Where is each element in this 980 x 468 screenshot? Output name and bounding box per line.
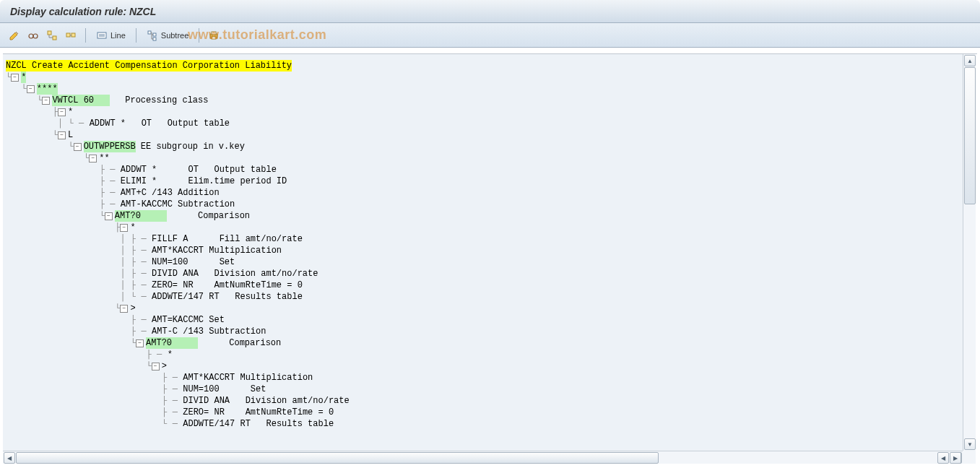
- svg-rect-13: [153, 38, 156, 40]
- collapse-toggle[interactable]: −: [89, 155, 97, 162]
- leaf-marker: [136, 326, 152, 337]
- svg-rect-3: [48, 31, 51, 35]
- tree-leaf[interactable]: ├NUM=100 Set: [6, 384, 960, 395]
- svg-rect-16: [212, 37, 216, 39]
- tree-branch[interactable]: └−>: [6, 360, 960, 372]
- line-label: Line: [110, 31, 126, 40]
- collapse-toggle[interactable]: −: [152, 363, 160, 370]
- tree-leaf[interactable]: │ ├DIVID ANA Division amt/no/rate: [6, 268, 960, 280]
- tree-branch[interactable]: └−AMT?0 Comparison: [6, 210, 960, 222]
- collapse-toggle[interactable]: −: [74, 143, 82, 151]
- node-desc: Comparison: [167, 210, 250, 222]
- scroll-extra-nav: ◀ ▶: [937, 452, 961, 464]
- scroll-right2-icon[interactable]: ▶: [950, 452, 961, 464]
- leaf-marker: [105, 187, 121, 199]
- scroll-down-icon[interactable]: ▼: [964, 438, 976, 450]
- scroll-left-icon[interactable]: ◀: [4, 452, 15, 464]
- node-label: *: [168, 349, 173, 360]
- tree-leaf[interactable]: │ ├FILLF A Fill amt/no/rate: [6, 233, 960, 245]
- node-label: >: [162, 360, 167, 372]
- tree-branch[interactable]: ├−*: [6, 222, 960, 233]
- tree-leaf[interactable]: ├*: [6, 349, 960, 360]
- collapse-toggle[interactable]: −: [42, 97, 50, 105]
- title-bar: Display calculation rule: NZCL: [0, 0, 980, 23]
- node-code: AMT?0: [146, 337, 198, 349]
- collapse-toggle[interactable]: −: [120, 224, 128, 232]
- tree-leaf[interactable]: ├ZERO= NR AmtNumRteTime = 0: [6, 407, 960, 418]
- toolbar-separator: [136, 28, 136, 43]
- leaf-marker: [105, 164, 121, 176]
- scroll-thumb-vertical[interactable]: [964, 67, 976, 204]
- node-code: AMT+C /143: [121, 187, 173, 199]
- node-desc: Comparison: [198, 337, 281, 349]
- print-icon[interactable]: [205, 27, 222, 44]
- node-desc: OT Output table: [126, 118, 230, 129]
- node-label: L: [68, 129, 73, 141]
- tree-leaf[interactable]: ├ELIMI * Elim.time period ID: [6, 176, 960, 187]
- collapse-toggle[interactable]: −: [136, 339, 144, 347]
- node-code: ZERO= NR: [183, 407, 235, 418]
- tree-branch[interactable]: └−*: [6, 72, 960, 83]
- collapse-toggle[interactable]: −: [105, 212, 113, 220]
- node-desc: Set: [235, 384, 266, 395]
- scroll-left2-icon[interactable]: ◀: [937, 452, 949, 464]
- tree-leaf[interactable]: ├AMT=KACCMC Set: [6, 314, 960, 326]
- svg-rect-4: [53, 36, 56, 40]
- tree-leaf[interactable]: ├AMT+C /143 Addition: [6, 187, 960, 199]
- tree-branch[interactable]: └−**: [6, 152, 960, 164]
- node-desc: RT Results table: [235, 418, 334, 430]
- tree-leaf[interactable]: ├AMT-KACCMC Subtraction: [6, 199, 960, 210]
- edit-icon[interactable]: [6, 27, 23, 44]
- tree-leaf[interactable]: ├ADDWT * OT Output table: [6, 164, 960, 176]
- tree-leaf[interactable]: └ADDWTE/147 RT Results table: [6, 418, 960, 430]
- leaf-marker: [167, 372, 183, 384]
- tree-expand-icon[interactable]: [43, 27, 61, 44]
- tree-leaf[interactable]: │ └ADDWTE/147 RT Results table: [6, 291, 960, 303]
- tree-branch[interactable]: └−L: [6, 129, 960, 141]
- tree-branch[interactable]: ├−*: [6, 106, 960, 118]
- leaf-marker: [105, 199, 121, 210]
- collapse-toggle[interactable]: −: [58, 131, 66, 139]
- node-code: ADDWTE/147: [183, 418, 235, 430]
- line-button[interactable]: Line: [92, 27, 130, 44]
- tree-branch[interactable]: └−>: [6, 303, 960, 314]
- tree-branch[interactable]: └−****: [6, 83, 960, 95]
- node-desc: Elim.time period ID: [173, 176, 287, 187]
- tree-leaf[interactable]: ├DIVID ANA Division amt/no/rate: [6, 395, 960, 407]
- leaf-marker: [167, 395, 183, 407]
- tree-branch[interactable]: └−OUTWPPERSB EE subgroup in v.key: [6, 141, 960, 152]
- node-code: FILLF A: [152, 233, 204, 245]
- node-code: AMT-C /143: [152, 326, 204, 337]
- leaf-marker: [74, 118, 90, 129]
- scroll-up-icon[interactable]: ▲: [964, 55, 976, 66]
- node-desc: AmtNumRteTime = 0: [235, 407, 334, 418]
- leaf-marker: [152, 349, 168, 360]
- tree-leaf[interactable]: │ └ADDWT * OT Output table: [6, 118, 960, 129]
- node-code: ADDWT *: [90, 118, 126, 129]
- collapse-toggle[interactable]: −: [27, 85, 35, 93]
- node-label: >: [130, 303, 135, 314]
- tree-branch[interactable]: └−AMT?0 Comparison: [6, 337, 960, 349]
- tree-branch[interactable]: └−VWTCL 60 Processing class: [6, 95, 960, 106]
- tree-collapse-icon[interactable]: [62, 27, 79, 44]
- glasses-icon[interactable]: [25, 27, 42, 44]
- tree-leaf[interactable]: │ ├AMT*KACCRT Multiplication: [6, 245, 960, 256]
- node-desc: Multiplication: [235, 372, 313, 384]
- tree-leaf[interactable]: │ ├NUM=100 Set: [6, 256, 960, 268]
- node-code: DIVID ANA: [183, 395, 235, 407]
- tree-leaf[interactable]: │ ├ZERO= NR AmtNumRteTime = 0: [6, 280, 960, 291]
- collapse-toggle[interactable]: −: [11, 74, 19, 82]
- collapse-toggle[interactable]: −: [58, 108, 66, 116]
- vertical-scrollbar[interactable]: ▲ ▼: [963, 54, 976, 451]
- svg-rect-12: [153, 33, 156, 36]
- subtree-button[interactable]: Subtree: [142, 27, 194, 44]
- tree-leaf[interactable]: ├AMT-C /143 Subtraction: [6, 326, 960, 337]
- node-desc: Fill amt/no/rate: [204, 233, 303, 245]
- collapse-toggle[interactable]: −: [120, 305, 128, 313]
- horizontal-scrollbar[interactable]: ◀ ▶: [3, 451, 963, 464]
- node-code: AMT*KACCRT: [152, 245, 204, 256]
- scroll-thumb-horizontal[interactable]: [16, 452, 659, 464]
- tree-leaf[interactable]: ├AMT*KACCRT Multiplication: [6, 372, 960, 384]
- tree-root-row[interactable]: NZCL Create Accident Compensation Corpor…: [6, 60, 960, 72]
- node-desc: Set: [204, 256, 235, 268]
